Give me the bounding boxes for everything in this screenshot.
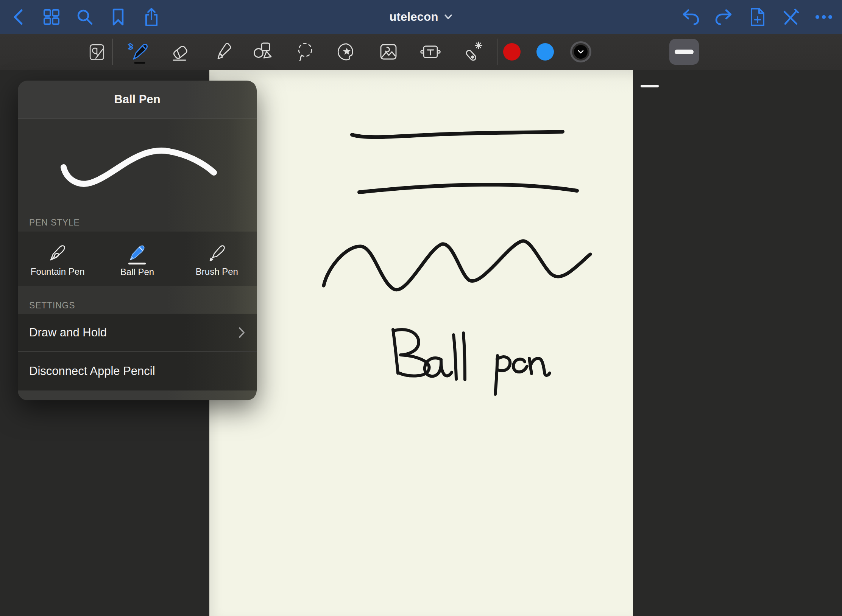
toolbar-separator <box>112 39 113 65</box>
handwriting-ball-pen <box>393 330 550 394</box>
note-page-canvas[interactable] <box>209 70 633 616</box>
thumbnails-button[interactable] <box>42 7 61 27</box>
search-button[interactable] <box>75 7 95 27</box>
color-swatch-black <box>574 45 588 59</box>
image-icon <box>376 40 401 64</box>
pen-style-label: Ball Pen <box>120 267 154 277</box>
undo-icon <box>681 9 700 25</box>
setting-draw-and-hold[interactable]: Draw and Hold <box>18 314 257 351</box>
ink-strokes <box>209 70 633 616</box>
color-swatch-black-selected[interactable] <box>570 41 591 62</box>
popup-footer <box>18 390 257 400</box>
ball-pen-icon <box>125 241 149 264</box>
fountain-pen-icon <box>46 241 69 264</box>
zoom-window-tool[interactable] <box>84 40 109 64</box>
grid-icon <box>43 8 60 26</box>
shapes-tool[interactable] <box>251 40 275 64</box>
back-icon <box>12 8 25 26</box>
settings-section-label: SETTINGS <box>29 300 75 311</box>
setting-disconnect-apple-pencil[interactable]: Disconnect Apple Pencil <box>18 351 257 390</box>
goodnotes-app: utelecon <box>0 0 842 616</box>
lasso-tool[interactable] <box>293 40 318 64</box>
popup-title: Ball Pen <box>114 93 160 106</box>
share-button[interactable] <box>142 7 161 27</box>
highlighter-tool[interactable] <box>210 40 235 64</box>
toolbar-separator <box>497 39 498 65</box>
ink-line-1 <box>352 132 563 137</box>
laser-pointer-tool[interactable] <box>460 40 484 64</box>
bookmark-icon <box>111 8 126 26</box>
pen-style-section-label: PEN STYLE <box>29 218 80 228</box>
search-icon <box>76 8 94 26</box>
tools-toolbar <box>0 34 842 70</box>
popup-header: Ball Pen <box>18 81 257 119</box>
add-page-icon <box>749 7 765 27</box>
stroke-width-medium[interactable] <box>641 85 659 87</box>
setting-label: Draw and Hold <box>29 326 107 339</box>
eraser-tool[interactable] <box>168 40 192 64</box>
zoom-window-icon <box>85 40 108 63</box>
pen-stroke-preview: PEN STYLE <box>18 119 257 232</box>
more-button[interactable] <box>814 7 834 27</box>
pen-style-row: Fountain Pen Ball Pen Brush Pe <box>18 232 257 286</box>
back-button[interactable] <box>8 7 28 27</box>
stroke-width-thick <box>675 50 694 54</box>
bookmark-button[interactable] <box>108 7 128 27</box>
stylus-toggle-button[interactable] <box>781 7 800 27</box>
navbar-right-group <box>681 7 842 27</box>
pen-style-label: Fountain Pen <box>31 266 85 277</box>
setting-label: Disconnect Apple Pencil <box>29 364 155 378</box>
shapes-icon <box>251 40 275 64</box>
navbar-left-group <box>0 7 161 27</box>
text-tool[interactable] <box>418 40 443 64</box>
lasso-icon <box>293 40 318 64</box>
chevron-down-icon <box>444 14 453 20</box>
selected-ink-underline <box>128 263 146 264</box>
brush-pen-icon <box>205 241 229 264</box>
pen-style-brush[interactable]: Brush Pen <box>177 232 257 286</box>
sticker-tool[interactable] <box>335 40 359 64</box>
pen-settings-popup: Ball Pen PEN STYLE Fountain Pen <box>18 81 257 400</box>
pen-disabled-icon <box>781 8 800 26</box>
stroke-width-thick-selected[interactable] <box>669 39 699 65</box>
pen-style-label: Brush Pen <box>196 266 238 277</box>
chevron-right-icon <box>239 327 245 339</box>
document-title[interactable]: utelecon <box>389 10 438 24</box>
more-icon <box>815 14 833 20</box>
preview-wave <box>18 119 257 232</box>
color-swatch-red[interactable] <box>503 43 521 61</box>
pen-style-fountain[interactable]: Fountain Pen <box>18 232 97 286</box>
settings-section-header: SETTINGS <box>18 286 257 314</box>
redo-icon <box>715 9 733 25</box>
sticker-icon <box>335 40 359 64</box>
pen-icon <box>126 38 150 66</box>
laser-pointer-icon <box>460 40 484 64</box>
popup-callout-arrow <box>115 81 161 81</box>
ink-squiggle <box>324 241 590 290</box>
text-icon <box>418 40 443 64</box>
color-swatch-blue[interactable] <box>536 43 554 61</box>
navigation-bar: utelecon <box>0 0 842 34</box>
redo-button[interactable] <box>714 7 734 27</box>
eraser-icon <box>168 40 192 64</box>
pen-style-ball-selected[interactable]: Ball Pen <box>97 232 177 286</box>
undo-button[interactable] <box>681 7 700 27</box>
share-icon <box>143 7 160 27</box>
chevron-down-icon <box>577 50 584 54</box>
image-tool[interactable] <box>376 40 401 64</box>
pen-tool[interactable] <box>126 40 150 64</box>
add-page-button[interactable] <box>747 7 767 27</box>
ink-line-2 <box>359 185 577 192</box>
highlighter-icon <box>210 40 235 64</box>
